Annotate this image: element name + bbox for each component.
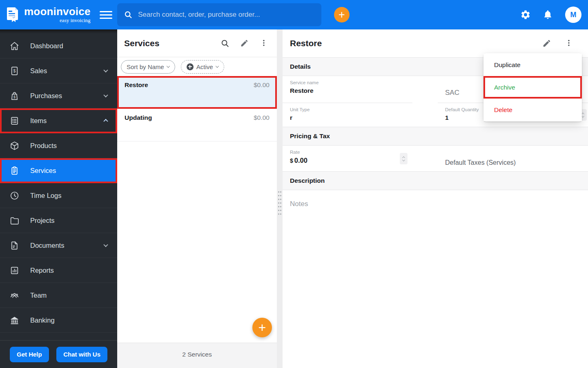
sidebar-item-projects[interactable]: Projects [0,208,117,233]
service-name-value: Restore [290,87,412,94]
sidebar-item-dashboard[interactable]: Dashboard [0,34,117,58]
stepper-down-icon [402,158,405,161]
svg-text:$: $ [13,69,16,73]
service-name: Updating [125,114,152,121]
status-filter-chip-label: Active [196,63,213,70]
service-name-field[interactable]: Service name Restore [283,76,412,103]
unit-type-field[interactable]: Unit Type r [283,103,412,127]
sidebar-item-team[interactable]: Team [0,283,117,308]
sidebar-item-reports[interactable]: Reports [0,258,117,283]
detail-edit-pencil-icon[interactable] [542,39,551,48]
sidebar-item-purchases[interactable]: $ Purchases [0,83,117,108]
pricing-tax-section-header: Pricing & Tax [283,127,588,146]
default-taxes-label: Default Taxes (Services) [445,150,569,166]
sales-invoice-icon: $ [9,65,20,76]
detail-more-kebab-icon[interactable] [565,39,574,48]
search-icon [124,10,133,19]
reports-chart-icon [9,265,20,276]
sidebar-item-documents[interactable]: Documents [0,233,117,258]
sidebar-item-label: Team [30,292,107,299]
list-filter-row: Sort by Name Active [117,57,277,76]
search-input[interactable] [138,11,315,19]
service-price: $0.00 [254,114,270,121]
services-clipboard-icon [9,165,20,176]
menu-hamburger-icon[interactable] [100,9,112,21]
unit-type-value: r [290,114,412,121]
panel-drag-handle-icon[interactable] [278,190,282,215]
app-logo[interactable]: mooninvoice easy invoicing [5,6,91,24]
stepper-down-icon [581,114,584,117]
notifications-bell-icon[interactable] [543,9,553,20]
filter-plus-icon [187,63,194,70]
folder-icon [9,215,20,226]
sort-by-chip[interactable]: Sort by Name [121,60,175,74]
sidebar-item-label: Items [30,117,94,125]
sidebar-item-label: Banking [30,316,107,324]
sidebar-item-items[interactable]: Items [0,108,117,133]
service-price: $0.00 [254,81,270,89]
service-name-label: Service name [290,80,412,85]
sort-by-chip-label: Sort by Name [127,63,164,70]
quick-add-button[interactable]: + [334,7,350,22]
rate-stepper[interactable] [400,153,408,164]
sidebar-item-label: Reports [30,267,107,274]
add-service-fab[interactable]: + [252,318,272,337]
chevron-up-icon [103,119,108,123]
sidebar-item-banking[interactable]: Banking [0,308,117,333]
services-panel-title: Services [124,38,220,48]
rate-value: 0.00 [294,157,307,164]
chevron-down-icon [103,242,108,247]
panel-resize-gutter [277,29,283,368]
user-avatar[interactable]: M [565,7,581,23]
default-taxes-field[interactable]: Default Taxes (Services) [438,146,588,171]
sidebar-footer: Get Help Chat with Us [0,340,117,368]
chevron-down-icon [166,64,169,67]
global-search [117,3,321,26]
sidebar-item-label: Time Logs [30,192,107,200]
get-help-button[interactable]: Get Help [10,347,49,362]
sidebar-item-label: Purchases [30,92,94,100]
chevron-down-icon [215,64,218,67]
menu-item-delete[interactable]: Delete [483,99,582,121]
service-detail-panel: Restore Details Service name Restore [283,29,588,368]
list-edit-pencil-icon[interactable] [240,39,249,48]
list-search-icon[interactable] [220,39,229,48]
home-icon [9,40,20,51]
rate-field[interactable]: Rate $ 0.00 [283,146,412,171]
service-row-restore[interactable]: Restore $0.00 [117,76,277,109]
service-row-updating[interactable]: Updating $0.00 [117,109,277,141]
detail-context-menu: Duplicate Archive Delete [483,53,582,121]
services-list-panel: Services [117,29,277,368]
unit-type-label: Unit Type [290,107,412,112]
sidebar-item-sales[interactable]: $ Sales [0,58,117,83]
notes-input[interactable] [283,190,588,321]
sidebar-item-label: Documents [30,242,94,249]
document-icon [9,240,20,251]
list-more-kebab-icon[interactable] [260,39,269,48]
bank-icon [9,315,20,325]
menu-item-archive[interactable]: Archive [483,76,582,99]
settings-gear-icon[interactable] [520,9,531,20]
services-count-footer: 2 Services [117,343,277,368]
sidebar-item-label: Projects [30,217,107,224]
sidebar-item-products[interactable]: Products [0,133,117,158]
chevron-down-icon [103,68,108,72]
detail-panel-title: Restore [290,38,542,48]
logo-tagline: easy invoicing [24,17,91,24]
purchases-bag-icon: $ [9,90,20,101]
mooninvoice-logo-icon [5,7,20,23]
team-icon [9,290,20,301]
menu-item-duplicate[interactable]: Duplicate [483,54,582,76]
sidebar-item-label: Services [30,167,107,175]
rate-label: Rate [290,150,412,155]
sidebar-item-services[interactable]: Services [0,158,117,183]
chat-with-us-button[interactable]: Chat with Us [56,347,107,362]
logo-title: mooninvoice [24,6,91,17]
items-list-icon [9,115,20,126]
top-header-bar: mooninvoice easy invoicing + [0,0,588,29]
sidebar-item-time-logs[interactable]: Time Logs [0,183,117,208]
status-filter-chip[interactable]: Active [181,60,224,74]
sidebar-item-label: Products [30,142,107,150]
sidebar-nav: Dashboard $ Sales $ [0,29,117,368]
app-window: mooninvoice easy invoicing + [0,0,588,368]
